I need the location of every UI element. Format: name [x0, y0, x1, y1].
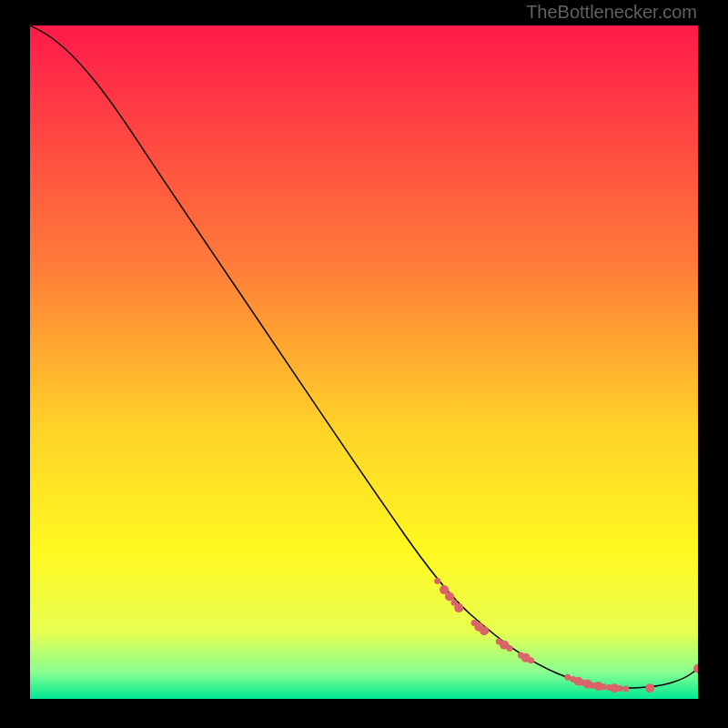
chart-marker [434, 578, 440, 584]
attribution-text: TheBottlenecker.com [526, 2, 697, 23]
chart-plot-area [30, 25, 698, 699]
chart-overlay [30, 25, 698, 699]
chart-markers [434, 578, 698, 693]
chart-marker [445, 592, 454, 602]
chart-marker [507, 645, 513, 652]
chart-marker [601, 683, 607, 690]
chart-marker [622, 685, 629, 692]
chart-marker [480, 626, 489, 635]
chart-marker [454, 603, 463, 612]
chart-marker [617, 685, 623, 692]
chart-marker [645, 683, 654, 693]
chart-marker [528, 657, 534, 663]
chart-curve [30, 25, 698, 688]
